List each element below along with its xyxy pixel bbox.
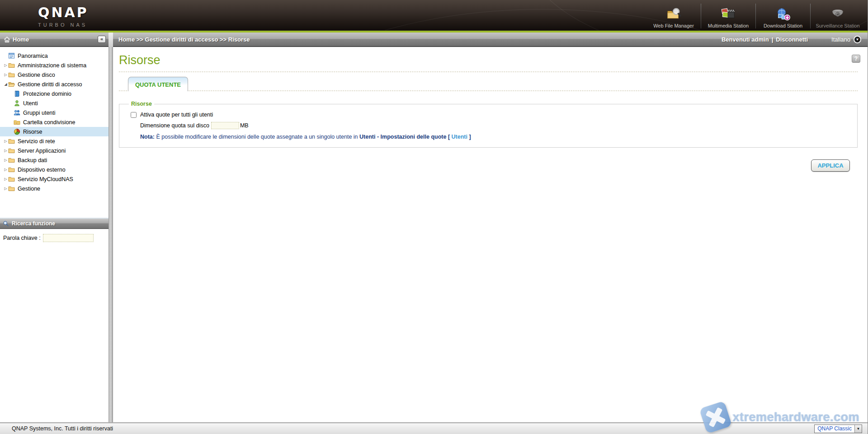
tree-item-utenti[interactable]: Utenti xyxy=(0,98,108,108)
tree-item-label: Utenti xyxy=(23,100,38,107)
welcome-text: Benvenuti admin xyxy=(722,36,769,43)
tree-item-servizio-di-rete[interactable]: ▷Servizio di rete xyxy=(0,136,108,146)
station-label: Download Station xyxy=(764,23,802,28)
function-search-header: Ricerca funzione xyxy=(0,218,108,229)
tree-item-label: Backup dati xyxy=(18,157,47,163)
breadcrumb: Home >> Gestione diritti di accesso >> R… xyxy=(118,36,722,43)
tree-collapsed-icon[interactable]: ▷ xyxy=(3,149,8,153)
tree-item-protezione-dominio[interactable]: Protezione dominio xyxy=(0,89,108,98)
tab-strip: QUOTA UTENTE xyxy=(119,77,858,91)
language-selector[interactable]: Italiano ▼ xyxy=(831,36,861,43)
title-dotted-divider xyxy=(119,71,858,72)
tree-item-label: Server Applicazioni xyxy=(18,148,66,154)
station-separator xyxy=(755,4,756,28)
enable-quota-label[interactable]: Attiva quote per tutti gli utenti xyxy=(140,112,213,118)
tree-item-label: Panoramica xyxy=(18,53,48,59)
navigation-tree: Panoramica▷Amministrazione di sistema▷Ge… xyxy=(0,47,108,193)
station-multimedia-station[interactable]: Multimedia Station xyxy=(703,0,754,30)
tree-item-label: Dispositivo esterno xyxy=(18,167,66,173)
quota-size-input[interactable] xyxy=(211,122,239,129)
folder-icon xyxy=(8,147,15,154)
tree-expanded-icon[interactable]: ◢ xyxy=(3,82,8,86)
language-dropdown-icon[interactable]: ▼ xyxy=(854,36,861,43)
download-station-icon xyxy=(775,7,791,22)
top-banner: QNAP TURBO NAS Web File ManagerMultimedi… xyxy=(0,0,868,30)
station-label: Web File Manager xyxy=(653,23,694,28)
sidebar-content-divider[interactable] xyxy=(108,47,113,423)
tree-collapsed-icon[interactable]: ▷ xyxy=(3,139,8,143)
multimedia-station-icon xyxy=(721,7,736,22)
tree-collapsed-icon[interactable]: ▷ xyxy=(3,158,8,162)
keyword-input[interactable] xyxy=(43,234,94,242)
enable-quota-checkbox[interactable] xyxy=(131,112,137,118)
tree-item-gestione[interactable]: ▷Gestione xyxy=(0,184,108,193)
tree-item-amministrazione-di-sistema[interactable]: ▷Amministrazione di sistema xyxy=(0,61,108,70)
help-button[interactable]: ? xyxy=(852,55,860,63)
enable-quota-row: Attiva quote per tutti gli utenti xyxy=(131,112,857,118)
folder-icon xyxy=(8,185,15,192)
keyword-label: Parola chiave : xyxy=(3,235,41,241)
overview-icon xyxy=(8,52,15,59)
station-launchers: Web File ManagerMultimedia StationDownlo… xyxy=(648,0,863,30)
folder-icon xyxy=(8,71,15,78)
station-separator xyxy=(701,4,701,28)
tree-collapsed-icon[interactable]: ▷ xyxy=(3,177,8,181)
note-utenti-link[interactable]: Utenti xyxy=(452,134,467,140)
header-gap xyxy=(108,33,113,47)
qnap-logo-text: QNAP xyxy=(38,5,89,20)
turbo-nas-subtitle: TURBO NAS xyxy=(38,22,89,28)
keyword-search-row: Parola chiave : xyxy=(3,234,94,242)
apply-button[interactable]: APPLICA xyxy=(811,159,850,172)
qnap-logo: QNAP TURBO NAS xyxy=(0,0,89,30)
tree-item-label: Gruppi utenti xyxy=(23,110,56,116)
tree-item-dispositivo-esterno[interactable]: ▷Dispositivo esterno xyxy=(0,165,108,174)
note-text: È possibile modificare le dimensioni del… xyxy=(156,134,358,140)
tree-item-label: Gestione disco xyxy=(18,72,55,78)
tree-item-gestione-diritti-di-accesso[interactable]: ◢Gestione diritti di accesso xyxy=(0,79,108,89)
tree-item-label: Gestione diritti di accesso xyxy=(18,81,82,88)
folder-icon xyxy=(8,166,15,173)
quota-size-row: Dimensione quota sul disco MB xyxy=(140,122,857,129)
language-label: Italiano xyxy=(831,36,850,43)
station-web-file-manager[interactable]: Web File Manager xyxy=(648,0,699,30)
theme-dropdown-icon[interactable]: ▼ xyxy=(854,425,862,433)
tree-item-label: Risorse xyxy=(23,129,42,135)
footer: QNAP Systems, Inc. Tutti i diritti riser… xyxy=(0,423,868,434)
main-content: ? Risorse QUOTA UTENTE Risorse Attiva qu… xyxy=(113,47,868,423)
quota-size-label: Dimensione quota sul disco xyxy=(140,122,209,129)
tree-collapsed-icon[interactable]: ▷ xyxy=(3,187,8,191)
qnap-admin-page: QNAP TURBO NAS Web File ManagerMultimedi… xyxy=(0,0,868,434)
collapse-sidebar-button[interactable]: « xyxy=(98,36,106,43)
search-icon xyxy=(3,220,9,227)
folder-icon xyxy=(8,176,15,182)
tree-item-gruppi-utenti[interactable]: Gruppi utenti xyxy=(0,108,108,117)
tree-item-backup-dati[interactable]: ▷Backup dati xyxy=(0,155,108,165)
tree-item-panoramica[interactable]: Panoramica xyxy=(0,51,108,61)
quota-unit-label: MB xyxy=(240,122,249,129)
tree-item-servizio-mycloudnas[interactable]: ▷Servizio MyCloudNAS xyxy=(0,174,108,184)
tree-item-server-applicazioni[interactable]: ▷Server Applicazioni xyxy=(0,146,108,155)
quota-pie-icon xyxy=(14,128,20,135)
tree-collapsed-icon[interactable]: ▷ xyxy=(3,168,8,172)
tree-item-risorse[interactable]: Risorse xyxy=(0,127,108,136)
session-info: Benvenuti admin | Disconnetti xyxy=(722,36,808,43)
note-row: Nota: È possibile modificare le dimensio… xyxy=(140,134,857,140)
tree-item-label: Protezione dominio xyxy=(23,91,71,97)
tree-collapsed-icon[interactable]: ▷ xyxy=(3,73,8,77)
tab-quota-utente[interactable]: QUOTA UTENTE xyxy=(128,77,188,91)
tree-item-cartella-condivisione[interactable]: Cartella condivisione xyxy=(0,117,108,127)
copyright-text: QNAP Systems, Inc. Tutti i diritti riser… xyxy=(12,425,113,432)
logout-link[interactable]: Disconnetti xyxy=(776,36,808,43)
shared-folder-icon xyxy=(14,119,20,126)
station-surveillance-station[interactable]: Surveillance Station xyxy=(812,0,863,30)
folder-icon xyxy=(8,157,15,163)
tree-item-label: Amministrazione di sistema xyxy=(18,62,86,69)
theme-selector[interactable]: QNAP Classic ▼ xyxy=(814,425,862,433)
note-bracket-close: ] xyxy=(469,134,471,140)
quota-legend: Risorse xyxy=(129,101,154,107)
tree-item-gestione-disco[interactable]: ▷Gestione disco xyxy=(0,70,108,79)
station-download-station[interactable]: Download Station xyxy=(758,0,808,30)
session-separator: | xyxy=(772,36,774,43)
tree-collapsed-icon[interactable]: ▷ xyxy=(3,63,8,67)
note-bold-text: Utenti - Impostazioni delle quote xyxy=(359,134,446,140)
